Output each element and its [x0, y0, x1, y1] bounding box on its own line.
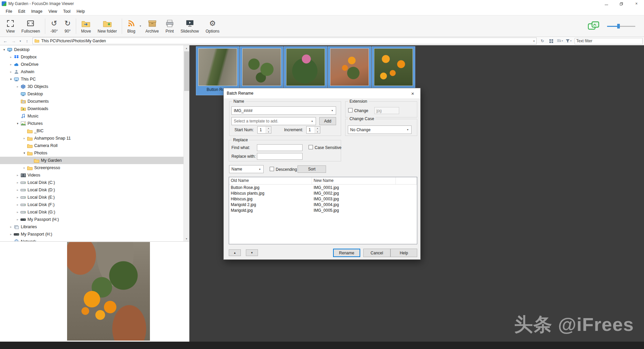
tree-item-pictures[interactable]: ▾Pictures [0, 120, 183, 127]
view-button[interactable]: View [3, 16, 18, 36]
scroll-down-arrow[interactable]: ▾ [184, 236, 189, 242]
options-button[interactable]: ⚙ Options [202, 16, 223, 36]
tree-item-documents[interactable]: Documents [0, 98, 183, 105]
change-extension-checkbox[interactable] [348, 108, 353, 112]
restore-button[interactable] [614, 0, 629, 7]
blog-button[interactable]: Blog [124, 16, 139, 36]
tree-item-local-disk-c[interactable]: ▸Local Disk (C:) [0, 179, 183, 186]
archive-button[interactable]: Archive [142, 16, 162, 36]
address-field[interactable]: This PC\Pictures\Photos\My Garden ▾ [33, 38, 537, 44]
spinner-arrows[interactable]: ▴▾ [266, 127, 271, 133]
tree-item-photos[interactable]: ▾Photos [0, 149, 183, 157]
tree-item-ashampoo-snap-11[interactable]: ▸Ashampoo Snap 11 [0, 135, 183, 142]
tree-item-local-disk-f[interactable]: ▸Local Disk (F:) [0, 201, 183, 208]
slideshow-button[interactable]: Slideshow [177, 16, 202, 36]
sort-view-button[interactable]: ▾ [556, 38, 564, 45]
menu-help[interactable]: Help [73, 8, 88, 15]
expand-arrow-icon[interactable]: ▸ [15, 173, 20, 177]
change-case-select[interactable]: No Change ▾ [348, 126, 412, 134]
forward-button[interactable]: → [10, 38, 17, 45]
new-folder-button[interactable]: New folder [94, 16, 120, 36]
menu-image[interactable]: Image [28, 8, 45, 15]
collapse-arrow-icon[interactable]: ▾ [2, 48, 6, 51]
combo-dropdown-arrow[interactable]: ▾ [309, 118, 315, 124]
expand-arrow-icon[interactable]: ▸ [9, 70, 13, 73]
tree-item-local-disk-d[interactable]: ▸Local Disk (D:) [0, 186, 183, 194]
column-header-new-name[interactable]: New Name [312, 177, 396, 184]
preview-image[interactable] [67, 242, 150, 341]
tree-item-onedrive[interactable]: ▸OneDrive [0, 61, 183, 68]
find-what-input[interactable] [257, 144, 303, 151]
text-filter-input[interactable] [575, 38, 643, 44]
expand-arrow-icon[interactable]: ▸ [15, 181, 20, 184]
descending-checkbox[interactable] [270, 167, 274, 171]
tree-item-music[interactable]: Music [0, 112, 183, 120]
extension-value-field[interactable]: jpg [374, 107, 399, 114]
name-pattern-combo[interactable]: IMG_#### ▾ [231, 106, 336, 115]
table-row[interactable]: Button Rose.jpgIMG_0001.jpg [229, 185, 417, 190]
table-row[interactable]: Marigold.jpgIMG_0005.jpg [229, 207, 417, 213]
tree-scrollbar[interactable]: ▴ ▾ [183, 45, 189, 242]
expand-arrow-icon[interactable]: ▸ [15, 210, 20, 214]
move-down-button[interactable]: ▼ [246, 249, 258, 256]
expand-arrow-icon[interactable]: ▸ [15, 196, 20, 199]
tree-item-downloads[interactable]: Downloads [0, 105, 183, 112]
fullscreen-button[interactable]: Fullscreen [18, 16, 43, 36]
dialog-title-bar[interactable]: Batch Rename × [224, 88, 420, 98]
expand-arrow-icon[interactable]: ▸ [9, 55, 13, 59]
menu-view[interactable]: View [45, 8, 60, 15]
expand-arrow-icon[interactable]: ▸ [9, 63, 13, 66]
dialog-close-button[interactable]: × [405, 89, 420, 98]
menu-edit[interactable]: Edit [15, 8, 28, 15]
add-template-button[interactable]: Add [319, 117, 336, 125]
combo-dropdown-arrow[interactable]: ▾ [257, 166, 263, 172]
combo-dropdown-arrow[interactable]: ▾ [405, 126, 411, 133]
tree-item-desktop[interactable]: Desktop [0, 90, 183, 98]
tree-item-my-passport-h[interactable]: ▸My Passport (H:) [0, 216, 183, 223]
scrollbar-thumb[interactable] [184, 51, 189, 91]
increment-spinner[interactable]: 1 ▴▾ [306, 126, 320, 134]
tree-item-3d-objects[interactable]: ▸3D Objects [0, 83, 183, 90]
spinner-arrows[interactable]: ▴▾ [315, 127, 320, 133]
combo-dropdown-arrow[interactable]: ▾ [329, 107, 335, 114]
tree-item-network[interactable]: Network [0, 238, 183, 242]
print-button[interactable]: Print [162, 16, 177, 36]
tree-item-libraries[interactable]: ▸Libraries [0, 223, 183, 231]
grid-view-button[interactable] [547, 38, 555, 45]
template-select[interactable]: Select a template to add. ▾ [231, 117, 316, 125]
cancel-button[interactable]: Cancel [363, 249, 390, 257]
minimize-button[interactable] [599, 0, 614, 7]
expand-arrow-icon[interactable]: ▸ [15, 188, 20, 192]
tree-item-dropbox[interactable]: ▸Dropbox [0, 53, 183, 61]
expand-arrow-icon[interactable]: ▸ [15, 218, 20, 221]
table-row[interactable]: Hibiscus.jpgIMG_0003.jpg [229, 196, 417, 202]
menu-tool[interactable]: Tool [60, 8, 73, 15]
photo-frames-icon[interactable] [588, 21, 600, 31]
expand-arrow-icon[interactable]: ▸ [22, 166, 26, 169]
start-num-spinner[interactable]: 1 ▴▾ [257, 126, 271, 134]
expand-arrow-icon[interactable]: ▸ [9, 225, 13, 229]
scroll-up-arrow[interactable]: ▴ [184, 45, 189, 51]
move-button[interactable]: Move [78, 16, 94, 36]
tree-item-screenpresso[interactable]: ▸Screenpresso [0, 164, 183, 171]
expand-arrow-icon[interactable]: ▸ [22, 137, 26, 140]
collapse-arrow-icon[interactable]: ▾ [22, 151, 26, 155]
case-sensitive-checkbox[interactable] [309, 145, 313, 149]
up-button[interactable]: ↑ [23, 38, 31, 45]
blog-dropdown-arrow[interactable]: ▾ [139, 24, 142, 28]
replace-with-input[interactable] [257, 153, 303, 160]
rotate-right-button[interactable]: ↻ 90° [61, 16, 74, 36]
move-up-button[interactable]: ▲ [229, 249, 241, 256]
back-button[interactable]: ← [1, 38, 9, 45]
zoom-slider[interactable] [607, 23, 635, 29]
tree-item-this-pc[interactable]: ▾This PC [0, 76, 183, 83]
expand-arrow-icon[interactable]: ▸ [15, 85, 20, 88]
expand-arrow-icon[interactable]: ▸ [15, 203, 20, 206]
rename-button[interactable]: Rename [333, 249, 360, 257]
column-header-old-name[interactable]: Old Name [229, 177, 312, 184]
tree-item-ashwin[interactable]: ▸Ashwin [0, 68, 183, 76]
tree-item-desktop[interactable]: ▾Desktop [0, 46, 183, 53]
tree-item-bic[interactable]: _BIC [0, 127, 183, 135]
tree-item-videos[interactable]: ▸Videos [0, 171, 183, 179]
tree-item-camera-roll[interactable]: Camera Roll [0, 142, 183, 149]
